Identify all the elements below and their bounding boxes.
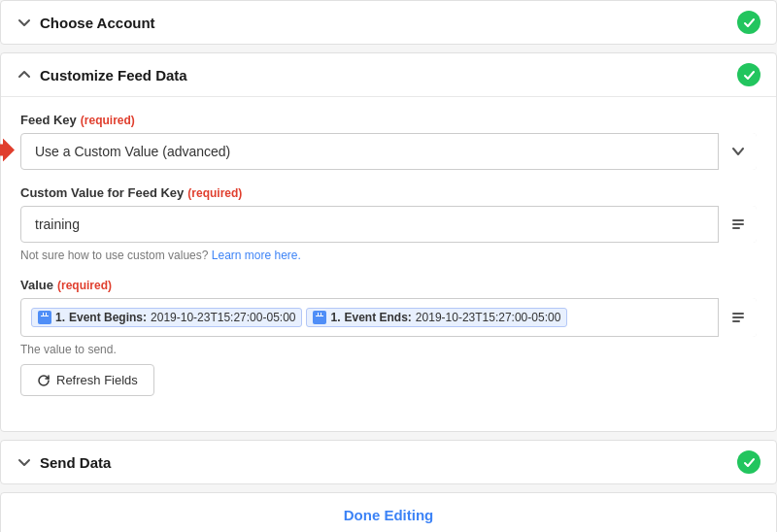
value-lines-icon bbox=[732, 313, 744, 322]
value-group: Value (required) bbox=[20, 278, 757, 396]
refresh-icon bbox=[37, 374, 51, 387]
svg-marker-0 bbox=[0, 139, 15, 162]
customize-feed-data-body: Feed Key (required) Use a Custom Value (… bbox=[1, 96, 776, 431]
svg-rect-5 bbox=[315, 313, 324, 322]
value-hint-text: The value to send. bbox=[20, 343, 757, 356]
svg-rect-3 bbox=[43, 313, 44, 316]
custom-value-input[interactable] bbox=[20, 206, 757, 243]
choose-account-section: Choose Account bbox=[0, 0, 777, 45]
svg-rect-8 bbox=[321, 313, 321, 316]
send-data-chevron-down-icon bbox=[17, 454, 32, 470]
value-action-button[interactable] bbox=[718, 298, 757, 337]
custom-value-label: Custom Value for Feed Key (required) bbox=[20, 185, 757, 200]
choose-account-title: Choose Account bbox=[40, 15, 155, 31]
choose-account-header-left: Choose Account bbox=[17, 15, 155, 31]
customize-feed-data-header-left: Customize Feed Data bbox=[17, 67, 187, 83]
send-data-section: Send Data bbox=[0, 440, 777, 484]
send-data-complete-icon bbox=[737, 450, 760, 474]
custom-value-help-text: Not sure how to use custom values? Learn… bbox=[20, 249, 757, 262]
customize-feed-data-title: Customize Feed Data bbox=[40, 67, 187, 83]
value-required: (required) bbox=[57, 279, 112, 292]
svg-rect-2 bbox=[41, 316, 49, 316]
refresh-fields-button[interactable]: Refresh Fields bbox=[20, 364, 154, 396]
send-data-header-left: Send Data bbox=[17, 454, 111, 471]
feed-key-select-wrapper: Use a Custom Value (advanced) bbox=[20, 133, 757, 170]
event-ends-number: 1. bbox=[330, 311, 340, 324]
feed-key-label: Feed Key (required) bbox=[20, 113, 757, 127]
value-label: Value (required) bbox=[20, 278, 757, 292]
send-data-title: Send Data bbox=[40, 454, 111, 471]
feed-key-dropdown-button[interactable] bbox=[718, 133, 757, 170]
chevron-up-icon bbox=[17, 67, 32, 83]
event-begins-value: 2019-10-23T15:27:00-05:00 bbox=[151, 311, 295, 324]
value-field-content[interactable]: 1. Event Begins: 2019-10-23T15:27:00-05:… bbox=[20, 298, 757, 337]
event-ends-value: 2019-10-23T15:27:00-05:00 bbox=[416, 311, 560, 324]
footer-bar: Done Editing bbox=[0, 492, 777, 532]
lines-icon bbox=[732, 219, 744, 229]
svg-rect-1 bbox=[40, 313, 50, 322]
customize-feed-data-section: Customize Feed Data Feed Key (required) bbox=[0, 52, 777, 432]
custom-value-action-button[interactable] bbox=[718, 206, 757, 243]
custom-value-group: Custom Value for Feed Key (required) Not bbox=[20, 185, 757, 262]
svg-rect-7 bbox=[318, 313, 319, 316]
customize-feed-data-header[interactable]: Customize Feed Data bbox=[1, 53, 776, 96]
event-ends-icon bbox=[313, 311, 326, 324]
red-arrow-indicator bbox=[0, 139, 15, 165]
done-editing-button[interactable]: Done Editing bbox=[344, 507, 434, 523]
svg-rect-4 bbox=[46, 313, 47, 316]
event-begins-number: 1. bbox=[55, 311, 65, 324]
event-begins-icon bbox=[38, 311, 51, 324]
svg-rect-6 bbox=[316, 316, 323, 316]
refresh-fields-label: Refresh Fields bbox=[56, 373, 138, 387]
feed-key-group: Feed Key (required) Use a Custom Value (… bbox=[20, 113, 757, 170]
value-field-wrapper: 1. Event Begins: 2019-10-23T15:27:00-05:… bbox=[20, 298, 757, 337]
custom-value-required: (required) bbox=[187, 186, 242, 200]
chevron-down-icon bbox=[17, 15, 32, 30]
event-ends-tag: 1. Event Ends: 2019-10-23T15:27:00-05:00 bbox=[306, 308, 567, 327]
event-ends-label: Event Ends: bbox=[345, 311, 412, 324]
page-container: Choose Account Customize Feed Data bbox=[0, 0, 777, 532]
feed-key-field-wrapper: Use a Custom Value (advanced) bbox=[20, 133, 757, 170]
custom-value-input-wrapper bbox=[20, 206, 757, 243]
send-data-header[interactable]: Send Data bbox=[1, 441, 776, 483]
choose-account-header[interactable]: Choose Account bbox=[1, 1, 776, 44]
event-begins-tag: 1. Event Begins: 2019-10-23T15:27:00-05:… bbox=[31, 308, 302, 327]
choose-account-complete-icon bbox=[737, 11, 760, 34]
customize-feed-data-complete-icon bbox=[737, 63, 760, 86]
feed-key-select-display[interactable]: Use a Custom Value (advanced) bbox=[20, 133, 757, 170]
feed-key-required: (required) bbox=[81, 114, 135, 127]
event-begins-label: Event Begins: bbox=[69, 311, 147, 324]
learn-more-link[interactable]: Learn more here. bbox=[212, 249, 301, 262]
